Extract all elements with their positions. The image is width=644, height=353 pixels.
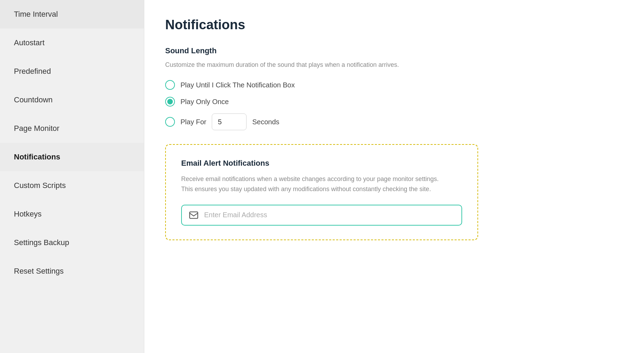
email-alert-description: Receive email notifications when a websi…	[181, 174, 445, 194]
sound-length-options: Play Until I Click The Notification Box …	[165, 80, 623, 130]
email-input-wrapper	[181, 205, 462, 226]
email-alert-title: Email Alert Notifications	[181, 159, 462, 168]
radio-option-play-until-click[interactable]: Play Until I Click The Notification Box	[165, 80, 623, 90]
radio-label-play-until-click: Play Until I Click The Notification Box	[180, 81, 295, 89]
radio-option-play-only-once[interactable]: Play Only Once	[165, 97, 623, 107]
radio-circle-play-until-click	[165, 80, 175, 90]
radio-label-play-only-once: Play Only Once	[180, 98, 229, 106]
sidebar-item-hotkeys[interactable]: Hotkeys	[0, 200, 144, 228]
sidebar-item-page-monitor[interactable]: Page Monitor	[0, 114, 144, 143]
sidebar-item-time-interval[interactable]: Time Interval	[0, 0, 144, 29]
sound-length-title: Sound Length	[165, 46, 623, 55]
sidebar-item-settings-backup[interactable]: Settings Backup	[0, 228, 144, 257]
radio-circle-play-only-once	[165, 97, 175, 107]
sidebar-item-custom-scripts[interactable]: Custom Scripts	[0, 171, 144, 200]
radio-circle-play-for	[165, 117, 175, 127]
email-alert-box: Email Alert Notifications Receive email …	[165, 144, 478, 240]
sidebar-item-autostart[interactable]: Autostart	[0, 29, 144, 57]
page-title: Notifications	[165, 17, 623, 32]
play-for-seconds-input[interactable]	[212, 113, 247, 130]
sidebar-item-notifications[interactable]: Notifications	[0, 143, 144, 171]
radio-option-play-for[interactable]: Play For Seconds	[165, 113, 623, 130]
sidebar-item-countdown[interactable]: Countdown	[0, 86, 144, 114]
sidebar-item-reset-settings[interactable]: Reset Settings	[0, 257, 144, 285]
email-icon	[189, 210, 199, 220]
sidebar-item-predefined[interactable]: Predefined	[0, 57, 144, 86]
seconds-label: Seconds	[252, 118, 279, 126]
sidebar: Time Interval Autostart Predefined Count…	[0, 0, 144, 353]
radio-label-play-for: Play For	[180, 118, 206, 126]
email-address-input[interactable]	[204, 211, 454, 219]
sound-length-description: Customize the maximum duration of the so…	[165, 60, 443, 70]
main-content: Notifications Sound Length Customize the…	[144, 0, 644, 353]
svg-rect-0	[190, 212, 198, 218]
